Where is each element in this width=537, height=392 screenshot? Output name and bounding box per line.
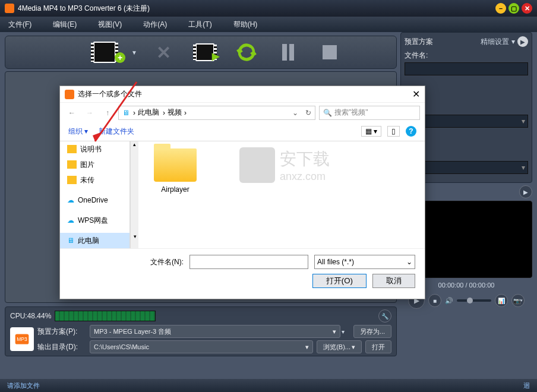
organize-button[interactable]: 组织 ▾ bbox=[68, 127, 88, 137]
menu-edit[interactable]: 编辑(E) bbox=[53, 20, 77, 30]
add-file-button[interactable]: + bbox=[81, 39, 128, 65]
tree-item-wps[interactable]: ☁WPS网盘 bbox=[60, 213, 129, 228]
volume-slider[interactable] bbox=[457, 299, 491, 302]
filetype-select[interactable]: All files (*.*) ⌄ bbox=[314, 255, 415, 269]
open-button[interactable]: 打开(O) bbox=[312, 274, 367, 288]
open-output-button[interactable]: 打开 bbox=[365, 340, 391, 353]
expand-preview-button[interactable]: ▶ bbox=[519, 185, 532, 198]
delete-button[interactable]: ✕ bbox=[146, 39, 181, 65]
crumb-folder[interactable]: 视频 bbox=[168, 108, 182, 118]
mp3-format-icon: MP3 bbox=[10, 327, 34, 351]
add-dropdown-icon[interactable]: ▼ bbox=[131, 49, 140, 56]
crumb-pc[interactable]: 此电脑 bbox=[138, 108, 159, 118]
search-input[interactable]: 🔍 搜索"视频" bbox=[319, 106, 420, 120]
window-title: 4Media MP4 to MP3 Converter 6 (未注册) bbox=[18, 4, 150, 14]
chevron-down-icon: ▾ bbox=[333, 328, 336, 336]
preset-panel-title: 预置方案 bbox=[405, 37, 433, 47]
x-icon: ✕ bbox=[156, 42, 171, 63]
arrow-right-icon: ▶ bbox=[517, 36, 528, 47]
file-open-dialog: 选择一个或多个文件 ✕ ← → ↑ 🖥 › 此电脑 › 视频 › ⌄ ↻ 🔍 搜… bbox=[59, 86, 425, 299]
folder-tree: 说明书 图片 未传 ☁OneDrive ☁WPS网盘 🖥此电脑 bbox=[60, 141, 130, 248]
dialog-bottom: 文件名(N): All files (*.*) ⌄ 打开(O) 取消 bbox=[60, 248, 425, 299]
dialog-toolbar: 组织 ▾ 新建文件夹 ▦ ▾ ▯ ? bbox=[60, 122, 425, 141]
plus-badge-icon: + bbox=[115, 52, 125, 63]
advanced-settings-button[interactable]: 精细设置 ▾ ▶ bbox=[481, 36, 528, 47]
volume-icon[interactable]: 🔊 bbox=[445, 297, 453, 305]
menu-file[interactable]: 文件(F) bbox=[8, 20, 31, 30]
minimize-button[interactable]: – bbox=[495, 3, 506, 14]
folder-icon bbox=[154, 148, 197, 182]
pc-icon: 🖥 bbox=[67, 236, 74, 245]
nav-back-button[interactable]: ← bbox=[65, 106, 79, 120]
status-bar: 请添加文件 迴 bbox=[0, 379, 537, 392]
pause-button[interactable] bbox=[270, 39, 306, 65]
status-right-icon[interactable]: 迴 bbox=[523, 381, 530, 390]
chevron-down-icon: ▾ bbox=[511, 37, 515, 46]
cpu-graph bbox=[55, 311, 156, 321]
cloud-icon: ☁ bbox=[67, 216, 74, 225]
dialog-nav-bar: ← → ↑ 🖥 › 此电脑 › 视频 › ⌄ ↻ 🔍 搜索"视频" bbox=[60, 103, 425, 122]
filename-label: 文件名(N): bbox=[150, 257, 184, 267]
main-toolbar: + ▼ ✕ ▶ bbox=[5, 36, 397, 69]
chevron-down-icon[interactable]: ⌄ bbox=[292, 109, 298, 117]
menu-action[interactable]: 动作(A) bbox=[143, 20, 167, 30]
status-text: 请添加文件 bbox=[7, 381, 40, 390]
maximize-button[interactable]: ▢ bbox=[508, 3, 519, 14]
snapshot-button[interactable]: 📊 bbox=[495, 294, 508, 307]
window-titlebar: 4Media MP4 to MP3 Converter 6 (未注册) – ▢ … bbox=[0, 0, 537, 17]
tree-item-pics[interactable]: 图片 bbox=[60, 157, 129, 172]
close-button[interactable]: ✕ bbox=[522, 3, 532, 14]
preset-combo[interactable]: MP3 - MPEG Layer-3 音频 ▾ bbox=[90, 325, 340, 338]
refresh-icon[interactable]: ↻ bbox=[305, 109, 311, 117]
cloud-icon: ☁ bbox=[67, 196, 74, 204]
preset-extra-dropdown[interactable]: ▾ bbox=[342, 328, 350, 335]
filename-input[interactable] bbox=[189, 255, 308, 269]
pc-icon: 🖥 bbox=[122, 109, 129, 117]
tree-item-thispc[interactable]: 🖥此电脑 bbox=[60, 233, 129, 248]
output-label: 输出目录(D): bbox=[37, 342, 86, 352]
bag-icon bbox=[239, 147, 275, 183]
output-combo[interactable]: C:\Users\CS\Music ▾ bbox=[90, 340, 313, 353]
arrow-right-icon: ▶ bbox=[212, 50, 219, 62]
refresh-button[interactable] bbox=[229, 39, 264, 65]
filetype-value: All files (*.*) bbox=[317, 258, 354, 266]
filename-input[interactable] bbox=[405, 62, 528, 75]
nav-up-button[interactable]: ↑ bbox=[100, 106, 115, 120]
tree-item-onedrive[interactable]: ☁OneDrive bbox=[60, 192, 129, 208]
cpu-label: CPU:48.44% bbox=[10, 312, 51, 320]
dialog-icon bbox=[65, 90, 74, 99]
chevron-down-icon: ⌄ bbox=[406, 258, 412, 266]
svg-text:MP3: MP3 bbox=[17, 336, 27, 342]
view-mode-button[interactable]: ▦ ▾ bbox=[361, 126, 381, 137]
filename-label: 文件名: bbox=[405, 50, 528, 61]
new-folder-button[interactable]: 新建文件夹 bbox=[99, 127, 134, 137]
menu-view[interactable]: 视图(V) bbox=[98, 20, 122, 30]
film-icon bbox=[93, 42, 116, 63]
stop-button[interactable] bbox=[312, 39, 348, 65]
preset-label: 预置方案(P): bbox=[37, 327, 86, 337]
preset-value: MP3 - MPEG Layer-3 音频 bbox=[94, 327, 171, 336]
settings-gear-button[interactable]: 🔧 bbox=[378, 309, 391, 323]
menu-bar: 文件(F) 编辑(E) 视图(V) 动作(A) 工具(T) 帮助(H) bbox=[0, 17, 537, 32]
menu-help[interactable]: 帮助(H) bbox=[233, 20, 258, 30]
tree-item-docs[interactable]: 说明书 bbox=[60, 141, 129, 157]
preview-pane-button[interactable]: ▯ bbox=[387, 126, 400, 137]
file-content-area[interactable]: Airplayer 安下载 anxz.com bbox=[138, 141, 425, 248]
camera-button[interactable]: 📷▾ bbox=[511, 294, 525, 307]
menu-tools[interactable]: 工具(T) bbox=[188, 20, 211, 30]
folder-item-airplayer[interactable]: Airplayer bbox=[146, 148, 205, 194]
tree-item-unsent[interactable]: 未传 bbox=[60, 172, 129, 188]
tree-scrollbar[interactable]: ▴▾ bbox=[130, 141, 138, 248]
cancel-button[interactable]: 取消 bbox=[372, 274, 415, 288]
convert-button[interactable]: ▶ bbox=[187, 39, 223, 65]
chevron-down-icon: ▾ bbox=[522, 117, 525, 125]
dialog-close-button[interactable]: ✕ bbox=[412, 88, 420, 100]
browse-button[interactable]: 浏览(B)... ▾ bbox=[317, 340, 362, 353]
refresh-icon bbox=[236, 42, 257, 63]
address-bar[interactable]: 🖥 › 此电脑 › 视频 › ⌄ ↻ bbox=[118, 106, 315, 120]
bottom-panel: CPU:48.44% 🔧 MP3 预置方案(P): MP3 - MPEG Lay… bbox=[5, 306, 397, 356]
help-icon[interactable]: ? bbox=[406, 126, 416, 137]
stop-icon bbox=[323, 45, 337, 59]
saveas-button[interactable]: 另存为... bbox=[353, 325, 391, 338]
stop-preview-button[interactable]: ■ bbox=[428, 294, 441, 307]
